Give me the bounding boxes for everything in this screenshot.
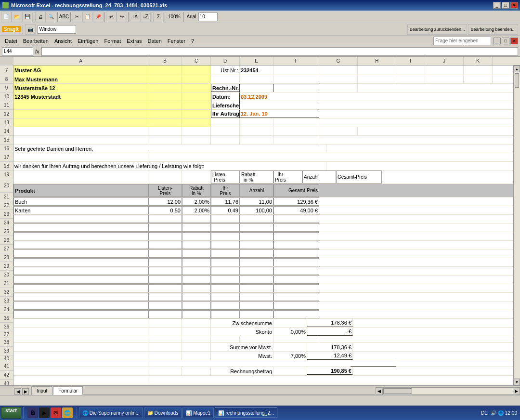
tab-scroll-left[interactable]: ◀ — [14, 388, 21, 395]
cell-r8-g[interactable] — [319, 75, 358, 83]
col-header-e[interactable]: E — [240, 57, 273, 65]
row-38[interactable]: 38 — [0, 338, 13, 347]
row-39[interactable]: 39 — [0, 347, 13, 355]
start-button[interactable]: start — [1, 407, 21, 419]
cell-r10-f[interactable] — [273, 92, 319, 101]
menu-ansicht[interactable]: Ansicht — [52, 37, 75, 45]
row-22[interactable]: 22 — [0, 201, 13, 210]
cell-r16-a[interactable]: Sehr geehrte Damen und Herren, — [13, 144, 326, 153]
cell-r9-f[interactable] — [273, 84, 319, 92]
taskbar-ie[interactable]: 🌐 Die Supernanny onlin... — [79, 407, 143, 418]
col-header-f[interactable]: F — [273, 57, 319, 65]
row-40[interactable]: 40 — [0, 355, 13, 362]
h-scroll-thumb[interactable] — [383, 388, 412, 394]
cell-r20-e[interactable]: Anzahl — [240, 184, 273, 197]
row-27[interactable]: 27 — [0, 245, 13, 253]
cut-btn[interactable]: ✂ — [72, 12, 82, 22]
cell-r13-b[interactable] — [148, 118, 182, 127]
row-12[interactable]: 12 — [0, 110, 13, 118]
row-33[interactable]: 33 — [0, 297, 13, 305]
window-max-btn[interactable]: □ — [502, 38, 509, 44]
cell-r35-f[interactable]: 178,36 € — [307, 319, 353, 327]
col-header-d[interactable]: D — [211, 57, 240, 65]
cell-r22-c[interactable]: 2,00% — [182, 206, 211, 214]
cell-r7-b[interactable] — [148, 66, 182, 75]
sort-desc-btn[interactable]: ↓Z — [140, 12, 151, 22]
new-btn[interactable]: 📄 — [1, 12, 12, 22]
cell-r11-e[interactable] — [240, 101, 273, 109]
sheet-tab-formular[interactable]: Formular — [53, 386, 83, 395]
save-btn[interactable]: 💾 — [22, 12, 33, 22]
cell-r36-f[interactable]: - € — [307, 328, 353, 336]
row-30[interactable]: 30 — [0, 271, 13, 279]
scroll-up-btn[interactable]: ▲ — [514, 66, 520, 72]
col-header-h[interactable]: H — [358, 57, 396, 65]
cell-r20-a[interactable]: Produkt — [13, 184, 148, 197]
row-13[interactable]: 13 — [0, 118, 13, 127]
row-34[interactable]: 34 — [0, 305, 13, 314]
row-15[interactable]: 15 — [0, 136, 13, 144]
row-8[interactable]: 8 — [0, 75, 13, 84]
cell-r38-d[interactable]: Summe vor Mwst. — [211, 343, 273, 351]
row-14[interactable]: 14 — [0, 127, 13, 136]
snagit-label[interactable]: SnagIt — [2, 26, 21, 32]
vertical-scrollbar[interactable]: ▲ ▼ — [513, 66, 520, 385]
paste-btn[interactable]: 📌 — [93, 12, 104, 22]
cell-r20-d[interactable]: IhrPreis — [211, 184, 240, 197]
row-28[interactable]: 28 — [0, 253, 13, 262]
cell-r7-h[interactable] — [358, 66, 396, 75]
row-20[interactable]: 20 — [0, 179, 13, 193]
cell-r7-j[interactable] — [425, 66, 464, 75]
cell-r8-f[interactable] — [273, 75, 319, 83]
cell-r22-e[interactable]: 100,00 — [240, 206, 273, 214]
cell-ref-box[interactable] — [2, 47, 33, 56]
row-29[interactable]: 29 — [0, 262, 13, 271]
cell-r8-j[interactable] — [425, 75, 464, 83]
cell-r22-f[interactable]: 49,00 € — [273, 206, 319, 214]
menu-fenster[interactable]: Fenster — [165, 37, 188, 45]
menu-extras[interactable]: Extras — [124, 37, 144, 45]
scroll-down-btn[interactable]: ▼ — [514, 379, 520, 385]
help-input[interactable] — [433, 37, 491, 45]
spell-btn[interactable]: ABC — [59, 12, 69, 22]
cell-r9-d[interactable]: Rechn.-Nr.: — [211, 84, 240, 92]
ie-icon2[interactable]: 🌐 — [62, 407, 73, 418]
row-41[interactable]: 41 — [0, 362, 13, 371]
row-31[interactable]: 31 — [0, 279, 13, 288]
taskbar-downloads[interactable]: 📁 Downloads — [144, 407, 182, 418]
cell-r10-d[interactable]: Datum: — [211, 92, 240, 101]
menu-daten[interactable]: Daten — [144, 37, 164, 45]
cell-r7-d[interactable]: Ust.Nr.: — [211, 66, 240, 75]
tab-scroll-right[interactable]: ▶ — [22, 388, 29, 395]
sys-tray-icon1[interactable]: 🔊 — [491, 410, 496, 416]
sys-tray-icon2[interactable]: 🌐 — [498, 410, 504, 416]
media-player-icon[interactable]: ▶ — [39, 407, 50, 418]
cell-r11-b[interactable] — [148, 101, 182, 109]
menu-einfuegen[interactable]: Einfügen — [75, 37, 101, 45]
cell-r13-c[interactable] — [182, 118, 211, 127]
h-scroll-track[interactable] — [383, 388, 513, 394]
row-25[interactable]: 25 — [0, 227, 13, 236]
sort-asc-btn[interactable]: ↑A — [130, 12, 140, 22]
window-close-btn[interactable]: ✕ — [510, 38, 518, 44]
row-10[interactable]: 10 — [0, 92, 13, 101]
snagit-cam-btn[interactable]: 📷 — [25, 24, 36, 35]
cell-r21-d[interactable]: 11,76 — [211, 197, 240, 206]
cell-r7-c[interactable] — [182, 66, 211, 75]
cell-r21-c[interactable]: 2,00% — [182, 197, 211, 206]
cell-r20-c[interactable]: Rabattin % — [182, 184, 211, 197]
cell-r9-g[interactable] — [319, 84, 358, 92]
row-24[interactable]: 24 — [0, 219, 13, 227]
row-9[interactable]: 9 — [0, 84, 13, 92]
sum-btn[interactable]: Σ — [153, 12, 164, 22]
cell-r22-a[interactable]: Karten — [13, 206, 148, 214]
row-17[interactable]: 17 — [0, 153, 13, 162]
row-26[interactable]: 26 — [0, 236, 13, 245]
row-11[interactable]: 11 — [0, 101, 13, 110]
show-desktop-icon[interactable]: 🖥 — [27, 407, 38, 418]
cell-r11-a[interactable] — [13, 101, 148, 109]
col-header-a[interactable]: A — [13, 57, 148, 65]
cell-r10-e[interactable]: 03.12.2009 — [240, 92, 273, 101]
cell-r36-d[interactable]: Skonto — [211, 328, 273, 336]
close-btn[interactable]: ✕ — [510, 2, 518, 9]
